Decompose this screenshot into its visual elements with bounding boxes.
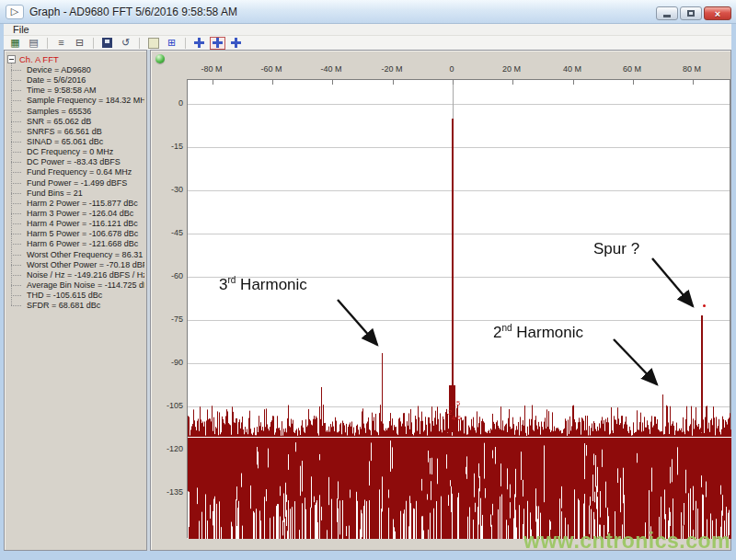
menu-item-file[interactable]: File [8,24,34,36]
annotation-3rd-harmonic: 3rd Harmonic [219,275,307,294]
graph-settings-icon[interactable]: ▤ [26,37,41,50]
minimize-button[interactable] [656,6,678,20]
harmonic-marker: 6 [457,415,461,422]
annotation-spur: Spur ? [593,240,639,258]
tree-item[interactable]: Fund Power = -1.499 dBFS [6,178,144,189]
status-indicator [155,54,165,63]
y-tick-label: -105 [153,401,183,410]
tree-item[interactable]: Harm 6 Power = -121.668 dBc [6,239,144,249]
tree-item[interactable]: Harm 5 Power = -106.678 dBc [6,229,144,239]
tree-item[interactable]: Harm 3 Power = -126.04 dBc [6,209,144,219]
window-title: Graph - AD9680 FFT 5/6/2016 9:58:58 AM [29,6,237,18]
y-tick-label: -75 [153,314,183,324]
tree-item[interactable]: Sample Frequency = 184.32 MHz [6,96,144,106]
tree-item[interactable]: Date = 5/6/2016 [6,75,144,86]
tree-item[interactable]: Device = AD9680 [6,65,144,75]
application-window: ▷ Graph - AD9680 FFT 5/6/2016 9:58:58 AM… [0,0,736,560]
tree-item[interactable]: DC Power = -83.43 dBFS [6,157,144,167]
x-tick-label: 60 M [612,64,652,74]
tree-root[interactable]: Ch. A FFT [6,53,144,65]
spectrum-canvas[interactable] [188,80,731,539]
pan-icon[interactable] [191,37,207,50]
watermark: www.cntronics.com [523,529,730,554]
y-tick-label: -30 [153,185,183,194]
results-tree-panel: Ch. A FFT Device = AD9680Date = 5/6/2016… [4,50,147,551]
tree-item[interactable]: Average Bin Noise = -114.725 dBFS [6,280,144,291]
x-tick-label: 0 [431,64,472,74]
annotation-text: Harmonic [236,276,306,293]
tree-items: Device = AD9680Date = 5/6/2016Time = 9:5… [6,65,144,311]
zoom-vertical-icon[interactable] [228,37,244,50]
tree-item[interactable]: Harm 4 Power = -116.121 dBc [6,219,144,229]
menu-bar: File [4,24,731,36]
x-tick-label: -40 M [311,64,351,74]
harmonic-marker: 5 [456,400,460,407]
harmonic-marker: 4 [452,415,455,422]
x-tick-label: 40 M [552,64,592,74]
tree-item[interactable]: Time = 9:58:58 AM [6,86,144,96]
tree-item[interactable]: SNR = 65.062 dB [6,117,144,127]
graph-panel: 5246 0-15-30-45-60-75-90-105-120-135-80 … [150,50,731,551]
x-tick-label: 80 M [672,64,712,74]
results-tree: Ch. A FFT Device = AD9680Date = 5/6/2016… [6,53,144,311]
toolbar-separator [185,38,186,49]
toggle-grid-icon[interactable]: ⊞ [164,37,179,50]
y-tick-label: 0 [153,98,183,108]
import-data-icon[interactable]: ↺ [118,37,133,50]
tree-root-label: Ch. A FFT [19,54,59,64]
y-tick-label: -120 [153,444,183,453]
toolbar-separator [47,38,48,49]
app-icon: ▷ [6,5,24,19]
maximize-icon [687,10,695,17]
spur-marker-dot [703,304,706,307]
toolbar: ▦▤≡⊟↺⊞ [4,36,731,50]
y-tick-label: -60 [153,271,183,280]
save-data-icon[interactable] [99,37,115,50]
toolbar-separator [93,38,94,49]
highlight-icon[interactable] [145,37,161,50]
tree-item[interactable]: Fund Bins = 21 [6,189,144,199]
tree-item[interactable]: Harm 2 Power = -115.877 dBc [6,199,144,209]
title-bar[interactable]: ▷ Graph - AD9680 FFT 5/6/2016 9:58:58 AM… [0,0,736,24]
annotation-text: Harmonic [512,324,583,341]
tree-view-icon[interactable]: ⊟ [72,37,87,50]
x-tick-label: -80 M [191,64,232,74]
tree-item[interactable]: Noise / Hz = -149.216 dBFS / Hz [6,270,144,280]
y-tick-label: -135 [153,487,183,497]
list-view-icon[interactable]: ≡ [53,37,69,50]
annotation-sup: nd [501,323,512,333]
tree-item[interactable]: Fund Frequency = 0.64 MHz [6,167,144,177]
x-tick-label: -60 M [251,64,292,74]
minimize-icon [663,15,671,17]
maximize-button[interactable] [680,6,702,20]
copy-graph-icon[interactable]: ▦ [7,37,23,50]
tree-item[interactable]: SFDR = 68.681 dBc [6,301,144,311]
tree-item[interactable]: Worst Other Frequency = 86.31 MHz [6,250,144,260]
toolbar-separator [139,38,140,49]
close-button[interactable]: × [704,6,731,20]
tree-item[interactable]: Worst Other Power = -70.18 dBFS [6,260,144,270]
zoom-horizontal-icon[interactable] [210,37,225,50]
tree-item[interactable]: SINAD = 65.061 dBc [6,137,144,147]
tree-item[interactable]: Samples = 65536 [6,107,144,117]
x-tick-label: 20 M [491,64,532,74]
tree-item[interactable]: THD = -105.615 dBc [6,291,144,301]
x-tick-label: -20 M [372,64,412,74]
tree-item[interactable]: SNRFS = 66.561 dB [6,127,144,137]
y-tick-label: -90 [153,358,183,367]
tree-item[interactable]: DC Frequency = 0 MHz [6,147,144,157]
y-tick-label: -15 [153,142,183,151]
annotation-2nd-harmonic: 2nd Harmonic [493,323,583,342]
content-area: Ch. A FFT Device = AD9680Date = 5/6/2016… [4,50,731,551]
plot-area[interactable]: 5246 [187,79,730,538]
collapse-icon[interactable] [7,55,16,63]
y-tick-label: -45 [153,228,183,237]
